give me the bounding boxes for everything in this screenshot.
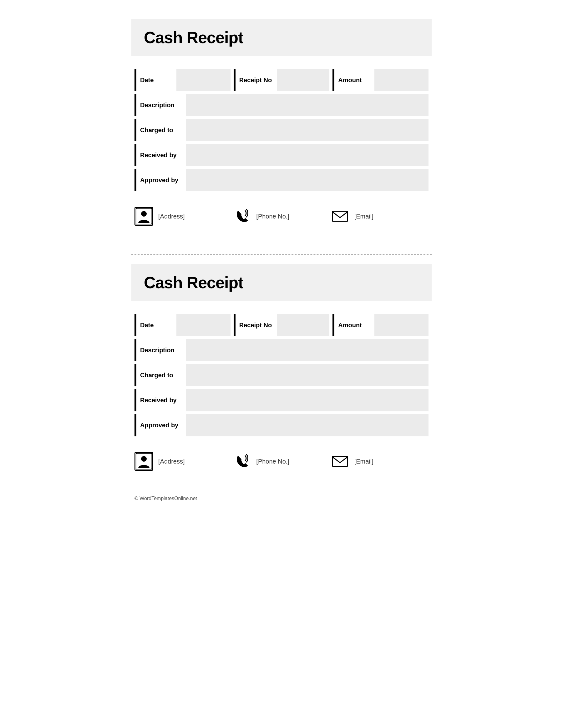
address-text-2: [Address]: [158, 458, 184, 465]
date-label-1: Date: [134, 69, 175, 91]
amount-input-1[interactable]: [375, 69, 429, 91]
receipt-no-label-1: Receipt No: [234, 69, 275, 91]
svg-rect-5: [333, 456, 348, 466]
address-text-1: [Address]: [158, 213, 184, 220]
receipt-no-item-2: Receipt No: [234, 314, 330, 336]
form-row-date-1: Date Receipt No Amount: [134, 69, 429, 91]
date-item-1: Date: [134, 69, 230, 91]
receipt-title-2: Cash Receipt: [144, 273, 419, 292]
approved-by-input-2[interactable]: [186, 414, 429, 436]
approved-by-input-1[interactable]: [186, 169, 429, 191]
description-label-2: Description: [134, 339, 184, 361]
phone-text-1: [Phone No.]: [256, 213, 289, 220]
description-label-1: Description: [134, 94, 184, 116]
description-input-2[interactable]: [186, 339, 429, 361]
phone-icon-1: [232, 207, 251, 226]
svg-point-4: [141, 456, 147, 462]
amount-input-2[interactable]: [375, 314, 429, 336]
divider: [131, 254, 432, 254]
form-row-approved-2: Approved by: [134, 414, 429, 436]
amount-label-1: Amount: [333, 69, 373, 91]
charged-to-label-1: Charged to: [134, 119, 184, 141]
received-by-input-2[interactable]: [186, 389, 429, 411]
email-text-2: [Email]: [355, 458, 374, 465]
receipt-header-1: Cash Receipt: [131, 19, 432, 56]
date-input-2[interactable]: [176, 314, 230, 336]
receipt-no-item-1: Receipt No: [234, 69, 330, 91]
svg-point-1: [141, 211, 147, 217]
receipt-section-1: Cash Receipt Date Receipt No Amount: [131, 19, 432, 244]
footer-2: [Address] [Phone No.]: [131, 446, 432, 477]
form-row-date-2: Date Receipt No Amount: [134, 314, 429, 336]
date-input-1[interactable]: [176, 69, 230, 91]
charged-to-input-1[interactable]: [186, 119, 429, 141]
receipt-section-2: Cash Receipt Date Receipt No Amount: [131, 264, 432, 490]
approved-by-label-2: Approved by: [134, 414, 184, 436]
receipt-title-1: Cash Receipt: [144, 28, 419, 47]
address-icon-1: [134, 207, 153, 226]
address-icon-2: [134, 452, 153, 471]
form-row-description-1: Description: [134, 94, 429, 116]
approved-by-label-1: Approved by: [134, 169, 184, 191]
phone-text-2: [Phone No.]: [256, 458, 289, 465]
form-row-received-2: Received by: [134, 389, 429, 411]
triple-group-1: Date Receipt No Amount: [134, 69, 429, 91]
footer-address-item-2: [Address]: [134, 452, 232, 471]
date-label-2: Date: [134, 314, 175, 336]
triple-group-2: Date Receipt No Amount: [134, 314, 429, 336]
form-row-charged-1: Charged to: [134, 119, 429, 141]
page-wrapper: Cash Receipt Date Receipt No Amount: [131, 19, 432, 501]
amount-item-1: Amount: [333, 69, 429, 91]
received-by-label-2: Received by: [134, 389, 184, 411]
form-row-approved-1: Approved by: [134, 169, 429, 191]
receipt-no-input-2[interactable]: [277, 314, 329, 336]
email-text-1: [Email]: [355, 213, 374, 220]
phone-icon-2: [232, 452, 251, 471]
form-row-received-1: Received by: [134, 144, 429, 166]
receipt-no-input-1[interactable]: [277, 69, 329, 91]
form-row-description-2: Description: [134, 339, 429, 361]
form-row-charged-2: Charged to: [134, 364, 429, 386]
received-by-label-1: Received by: [134, 144, 184, 166]
form-rows-2: Date Receipt No Amount Description: [131, 314, 432, 436]
received-by-input-1[interactable]: [186, 144, 429, 166]
footer-phone-item-2: [Phone No.]: [232, 452, 330, 471]
footer-1: [Address] [Phone No.]: [131, 201, 432, 232]
footer-email-item-2: [Email]: [331, 452, 429, 471]
description-input-1[interactable]: [186, 94, 429, 116]
footer-phone-item-1: [Phone No.]: [232, 207, 330, 226]
amount-label-2: Amount: [333, 314, 373, 336]
email-icon-2: [331, 452, 349, 471]
amount-item-2: Amount: [333, 314, 429, 336]
charged-to-input-2[interactable]: [186, 364, 429, 386]
form-rows-1: Date Receipt No Amount Description: [131, 69, 432, 191]
email-icon-1: [331, 207, 349, 226]
receipt-header-2: Cash Receipt: [131, 264, 432, 301]
charged-to-label-2: Charged to: [134, 364, 184, 386]
date-item-2: Date: [134, 314, 230, 336]
receipt-no-label-2: Receipt No: [234, 314, 275, 336]
footer-email-item-1: [Email]: [331, 207, 429, 226]
svg-rect-2: [333, 211, 348, 221]
copyright: © WordTemplatesOnline.net: [131, 490, 432, 501]
footer-address-item-1: [Address]: [134, 207, 232, 226]
